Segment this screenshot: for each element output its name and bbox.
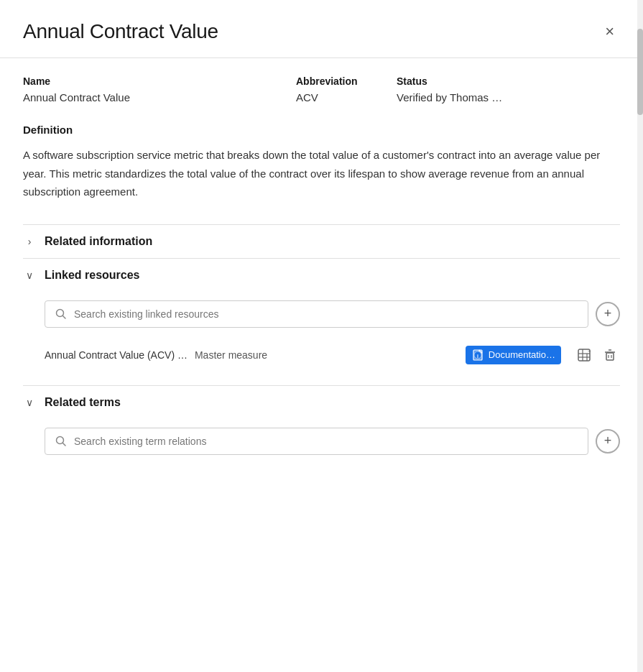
related-terms-section: ∨ Related terms + — [23, 385, 620, 475]
linked-resource-item: Annual Contract Value (ACV) … Master mea… — [45, 336, 620, 374]
header-divider — [0, 57, 643, 58]
status-value: Verified by Thomas … — [397, 91, 620, 103]
linked-resources-section-row[interactable]: ∨ Linked resources — [23, 258, 620, 292]
resource-badge-text: Documentatio… — [489, 349, 555, 360]
related-terms-section-row[interactable]: ∨ Related terms — [23, 385, 620, 419]
scrollbar-thumb[interactable] — [637, 29, 643, 115]
related-information-section-row[interactable]: › Related information — [23, 224, 620, 258]
related-terms-chevron-icon: ∨ — [23, 397, 36, 408]
linked-resources-section: ∨ Linked resources + — [23, 258, 620, 385]
linked-resources-search-icon — [55, 308, 67, 320]
resource-delete-button[interactable] — [600, 345, 620, 365]
status-field-group: Status Verified by Thomas … — [397, 75, 620, 103]
scrollbar[interactable] — [637, 0, 643, 672]
related-terms-content: + — [23, 419, 620, 475]
related-terms-label: Related terms — [45, 396, 121, 409]
resource-badge-document-icon: i — [471, 349, 484, 362]
abbr-value: ACV — [296, 91, 397, 103]
definition-label: Definition — [23, 124, 620, 136]
linked-resources-search-row: + — [45, 300, 620, 328]
name-field-group: Name Annual Contract Value — [23, 75, 296, 103]
svg-text:i: i — [477, 353, 478, 358]
linked-resources-search-wrapper[interactable] — [45, 300, 588, 328]
status-label: Status — [397, 75, 620, 87]
resource-name: Annual Contract Value (ACV) … — [45, 349, 188, 361]
linked-resources-content: + Annual Contract Value (ACV) … Master m… — [23, 292, 620, 385]
svg-text:+: + — [588, 348, 591, 354]
svg-line-1 — [63, 316, 66, 318]
resource-add-table-button[interactable]: + — [574, 345, 594, 365]
panel-body: Name Annual Contract Value Abbreviation … — [0, 75, 643, 475]
abbr-label: Abbreviation — [296, 75, 397, 87]
resource-actions: + — [574, 345, 620, 365]
name-value: Annual Contract Value — [23, 91, 296, 103]
related-terms-search-icon — [55, 436, 67, 447]
linked-resources-chevron-icon: ∨ — [23, 270, 36, 281]
linked-resources-add-button[interactable]: + — [596, 302, 620, 326]
close-button[interactable]: × — [599, 21, 620, 42]
svg-line-19 — [63, 443, 66, 446]
related-terms-search-wrapper[interactable] — [45, 428, 588, 455]
related-information-label: Related information — [45, 235, 152, 248]
name-label: Name — [23, 75, 296, 87]
related-information-chevron-icon: › — [23, 236, 36, 247]
resource-badge[interactable]: i Documentatio… — [466, 346, 561, 364]
panel-header: Annual Contract Value × — [0, 0, 643, 57]
abbr-field-group: Abbreviation ACV — [296, 75, 397, 103]
panel: Annual Contract Value × Name Annual Cont… — [0, 0, 643, 672]
definition-section: Definition A software subscription servi… — [23, 124, 620, 201]
panel-title: Annual Contract Value — [23, 20, 218, 43]
resource-type: Master measure — [195, 349, 267, 361]
linked-resources-label: Linked resources — [45, 269, 140, 282]
related-terms-search-row: + — [45, 428, 620, 455]
related-terms-add-button[interactable]: + — [596, 429, 620, 454]
svg-rect-13 — [606, 353, 614, 360]
related-terms-search-input[interactable] — [74, 436, 578, 447]
fields-row: Name Annual Contract Value Abbreviation … — [23, 75, 620, 103]
definition-text: A software subscription service metric t… — [23, 146, 620, 201]
linked-resources-search-input[interactable] — [74, 308, 578, 320]
